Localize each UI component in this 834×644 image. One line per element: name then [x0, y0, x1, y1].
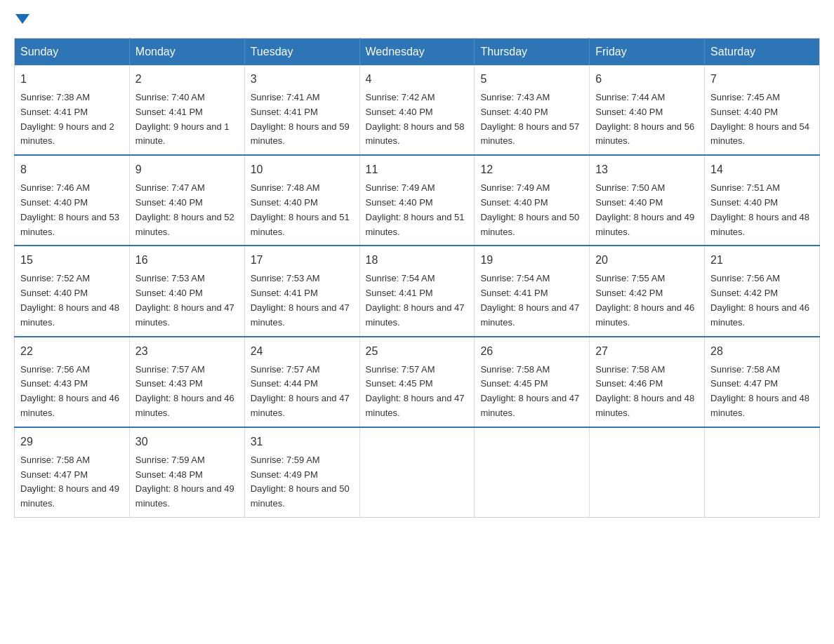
day-info: Sunrise: 7:58 AMSunset: 4:46 PMDaylight:… [595, 363, 699, 421]
calendar-cell: 22Sunrise: 7:56 AMSunset: 4:43 PMDayligh… [15, 337, 130, 427]
calendar-cell: 31Sunrise: 7:59 AMSunset: 4:49 PMDayligh… [244, 427, 359, 518]
calendar-header-saturday: Saturday [705, 39, 820, 66]
day-info: Sunrise: 7:58 AMSunset: 4:47 PMDaylight:… [710, 363, 814, 421]
calendar-cell: 18Sunrise: 7:54 AMSunset: 4:41 PMDayligh… [359, 246, 475, 336]
day-number: 24 [251, 343, 354, 360]
calendar-header-tuesday: Tuesday [244, 39, 359, 66]
calendar-cell: 16Sunrise: 7:53 AMSunset: 4:40 PMDayligh… [129, 246, 244, 336]
calendar-cell: 1Sunrise: 7:38 AMSunset: 4:41 PMDaylight… [15, 65, 130, 155]
calendar-cell: 19Sunrise: 7:54 AMSunset: 4:41 PMDayligh… [475, 246, 590, 336]
day-info: Sunrise: 7:58 AMSunset: 4:47 PMDaylight:… [20, 453, 124, 511]
calendar-cell [590, 427, 705, 518]
calendar-table: SundayMondayTuesdayWednesdayThursdayFrid… [14, 38, 820, 518]
day-info: Sunrise: 7:56 AMSunset: 4:43 PMDaylight:… [20, 363, 124, 421]
calendar-cell: 10Sunrise: 7:48 AMSunset: 4:40 PMDayligh… [244, 155, 359, 246]
day-info: Sunrise: 7:47 AMSunset: 4:40 PMDaylight:… [135, 181, 239, 239]
day-number: 14 [710, 161, 814, 178]
calendar-cell: 25Sunrise: 7:57 AMSunset: 4:45 PMDayligh… [359, 337, 475, 427]
calendar-cell: 6Sunrise: 7:44 AMSunset: 4:40 PMDaylight… [590, 65, 705, 155]
day-info: Sunrise: 7:59 AMSunset: 4:49 PMDaylight:… [251, 453, 354, 511]
calendar-cell: 7Sunrise: 7:45 AMSunset: 4:40 PMDaylight… [705, 65, 820, 155]
day-info: Sunrise: 7:51 AMSunset: 4:40 PMDaylight:… [710, 181, 814, 239]
day-info: Sunrise: 7:53 AMSunset: 4:40 PMDaylight:… [135, 271, 239, 330]
day-info: Sunrise: 7:57 AMSunset: 4:45 PMDaylight:… [366, 363, 469, 421]
day-number: 29 [20, 434, 124, 450]
day-number: 11 [366, 161, 469, 178]
day-number: 23 [135, 343, 239, 360]
calendar-cell: 3Sunrise: 7:41 AMSunset: 4:41 PMDaylight… [244, 65, 359, 155]
calendar-cell: 23Sunrise: 7:57 AMSunset: 4:43 PMDayligh… [129, 337, 244, 427]
day-info: Sunrise: 7:58 AMSunset: 4:45 PMDaylight:… [480, 363, 583, 421]
day-number: 21 [710, 252, 814, 269]
day-number: 6 [595, 71, 699, 88]
calendar-header-row: SundayMondayTuesdayWednesdayThursdayFrid… [15, 39, 820, 66]
day-info: Sunrise: 7:50 AMSunset: 4:40 PMDaylight:… [595, 181, 699, 239]
day-number: 28 [710, 343, 814, 360]
day-info: Sunrise: 7:43 AMSunset: 4:40 PMDaylight:… [480, 90, 583, 149]
day-info: Sunrise: 7:49 AMSunset: 4:40 PMDaylight:… [480, 181, 583, 239]
day-number: 27 [595, 343, 699, 360]
day-number: 26 [480, 343, 583, 360]
calendar-week-row: 1Sunrise: 7:38 AMSunset: 4:41 PMDaylight… [15, 65, 820, 155]
day-number: 8 [20, 161, 124, 178]
logo-arrow-icon [15, 14, 29, 24]
day-info: Sunrise: 7:53 AMSunset: 4:41 PMDaylight:… [251, 271, 354, 330]
day-number: 15 [20, 252, 124, 269]
day-info: Sunrise: 7:54 AMSunset: 4:41 PMDaylight:… [366, 271, 469, 330]
calendar-cell: 21Sunrise: 7:56 AMSunset: 4:42 PMDayligh… [705, 246, 820, 336]
calendar-cell: 27Sunrise: 7:58 AMSunset: 4:46 PMDayligh… [590, 337, 705, 427]
calendar-cell: 11Sunrise: 7:49 AMSunset: 4:40 PMDayligh… [359, 155, 475, 246]
calendar-cell [475, 427, 590, 518]
day-info: Sunrise: 7:45 AMSunset: 4:40 PMDaylight:… [710, 90, 814, 149]
day-info: Sunrise: 7:46 AMSunset: 4:40 PMDaylight:… [20, 181, 124, 239]
calendar-cell: 28Sunrise: 7:58 AMSunset: 4:47 PMDayligh… [705, 337, 820, 427]
day-number: 5 [480, 71, 583, 88]
page-header [14, 14, 820, 24]
calendar-cell [359, 427, 475, 518]
day-info: Sunrise: 7:48 AMSunset: 4:40 PMDaylight:… [251, 181, 354, 239]
day-number: 20 [595, 252, 699, 269]
calendar-cell: 29Sunrise: 7:58 AMSunset: 4:47 PMDayligh… [15, 427, 130, 518]
day-info: Sunrise: 7:49 AMSunset: 4:40 PMDaylight:… [366, 181, 469, 239]
day-number: 1 [20, 71, 124, 88]
calendar-header-wednesday: Wednesday [359, 39, 475, 66]
day-info: Sunrise: 7:44 AMSunset: 4:40 PMDaylight:… [595, 90, 699, 149]
day-info: Sunrise: 7:52 AMSunset: 4:40 PMDaylight:… [20, 271, 124, 330]
calendar-cell: 2Sunrise: 7:40 AMSunset: 4:41 PMDaylight… [129, 65, 244, 155]
calendar-cell: 30Sunrise: 7:59 AMSunset: 4:48 PMDayligh… [129, 427, 244, 518]
day-number: 30 [135, 434, 239, 450]
calendar-cell: 4Sunrise: 7:42 AMSunset: 4:40 PMDaylight… [359, 65, 475, 155]
day-number: 7 [710, 71, 814, 88]
day-number: 19 [480, 252, 583, 269]
day-info: Sunrise: 7:55 AMSunset: 4:42 PMDaylight:… [595, 271, 699, 330]
day-info: Sunrise: 7:54 AMSunset: 4:41 PMDaylight:… [480, 271, 583, 330]
day-info: Sunrise: 7:57 AMSunset: 4:44 PMDaylight:… [251, 363, 354, 421]
day-number: 10 [251, 161, 354, 178]
calendar-week-row: 15Sunrise: 7:52 AMSunset: 4:40 PMDayligh… [15, 246, 820, 336]
day-info: Sunrise: 7:41 AMSunset: 4:41 PMDaylight:… [251, 90, 354, 149]
day-number: 25 [366, 343, 469, 360]
calendar-cell: 13Sunrise: 7:50 AMSunset: 4:40 PMDayligh… [590, 155, 705, 246]
calendar-week-row: 8Sunrise: 7:46 AMSunset: 4:40 PMDaylight… [15, 155, 820, 246]
day-number: 13 [595, 161, 699, 178]
calendar-header-thursday: Thursday [475, 39, 590, 66]
day-info: Sunrise: 7:38 AMSunset: 4:41 PMDaylight:… [20, 90, 124, 149]
calendar-week-row: 22Sunrise: 7:56 AMSunset: 4:43 PMDayligh… [15, 337, 820, 427]
day-number: 18 [366, 252, 469, 269]
day-info: Sunrise: 7:40 AMSunset: 4:41 PMDaylight:… [135, 90, 239, 149]
day-number: 22 [20, 343, 124, 360]
day-number: 16 [135, 252, 239, 269]
calendar-cell: 26Sunrise: 7:58 AMSunset: 4:45 PMDayligh… [475, 337, 590, 427]
day-number: 17 [251, 252, 354, 269]
calendar-cell: 8Sunrise: 7:46 AMSunset: 4:40 PMDaylight… [15, 155, 130, 246]
calendar-cell: 24Sunrise: 7:57 AMSunset: 4:44 PMDayligh… [244, 337, 359, 427]
day-number: 31 [251, 434, 354, 450]
day-number: 3 [251, 71, 354, 88]
calendar-header-friday: Friday [590, 39, 705, 66]
day-info: Sunrise: 7:56 AMSunset: 4:42 PMDaylight:… [710, 271, 814, 330]
calendar-cell: 17Sunrise: 7:53 AMSunset: 4:41 PMDayligh… [244, 246, 359, 336]
day-info: Sunrise: 7:57 AMSunset: 4:43 PMDaylight:… [135, 363, 239, 421]
calendar-cell: 5Sunrise: 7:43 AMSunset: 4:40 PMDaylight… [475, 65, 590, 155]
day-number: 12 [480, 161, 583, 178]
day-number: 2 [135, 71, 239, 88]
